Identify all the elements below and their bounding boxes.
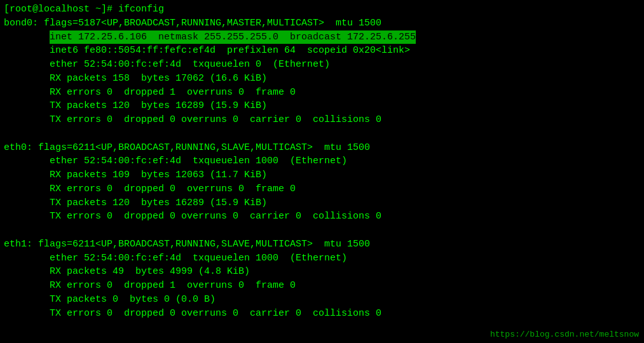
eth0-rx-bytes-line: RX packets 109 bytes 12063 (11.7 KiB) (4, 168, 640, 182)
eth1-tx-errors-line: TX errors 0 dropped 0 overruns 0 carrier… (4, 307, 640, 321)
bond0-inet6-line: inet6 fe80::5054:ff:fefc:ef4d prefixlen … (4, 44, 640, 58)
bond0-flags-line: bond0: flags=5187<UP,BROADCAST,RUNNING,M… (4, 17, 640, 30)
eth0-flags-line: eth0: flags=6211<UP,BROADCAST,RUNNING,SL… (4, 141, 640, 155)
bond0-section: bond0: flags=5187<UP,BROADCAST,RUNNING,M… (4, 17, 640, 127)
eth0-tx-bytes-line: TX packets 120 bytes 16289 (15.9 KiB) (4, 196, 640, 210)
bond0-tx-bytes-line: TX packets 120 bytes 16289 (15.9 KiB) (4, 99, 640, 113)
bond0-inet-line: inet 172.25.6.106 netmask 255.255.255.0 … (4, 30, 640, 44)
bond0-tx-errors-line: TX errors 0 dropped 0 overruns 0 carrier… (4, 113, 640, 127)
eth0-tx-errors-line: TX errors 0 dropped 0 overruns 0 carrier… (4, 210, 640, 224)
bond0-rx-bytes-line: RX packets 158 bytes 17062 (16.6 KiB) (4, 72, 640, 86)
blank-line-2 (4, 224, 640, 238)
bond0-inet-highlight: inet 172.25.6.106 netmask 255.255.255.0 … (50, 30, 416, 44)
bond0-ether-line: ether 52:54:00:fc:ef:4d txqueuelen 0 (Et… (4, 58, 640, 72)
prompt-line: [root@localhost ~]# ifconfig (4, 3, 640, 17)
blank-line-1 (4, 127, 640, 141)
eth1-rx-errors-line: RX errors 0 dropped 1 overruns 0 frame 0 (4, 279, 640, 293)
eth1-tx-bytes-line: TX packets 0 bytes 0 (0.0 B) (4, 293, 640, 307)
eth1-flags-line: eth1: flags=6211<UP,BROADCAST,RUNNING,SL… (4, 238, 640, 252)
eth0-section: eth0: flags=6211<UP,BROADCAST,RUNNING,SL… (4, 141, 640, 224)
eth0-rx-errors-line: RX errors 0 dropped 0 overruns 0 frame 0 (4, 182, 640, 196)
eth1-rx-bytes-line: RX packets 49 bytes 4999 (4.8 KiB) (4, 265, 640, 279)
watermark: https://blog.csdn.net/meltsnow (490, 330, 639, 339)
eth1-section: eth1: flags=6211<UP,BROADCAST,RUNNING,SL… (4, 238, 640, 321)
eth1-ether-line: ether 52:54:00:fc:ef:4d txqueuelen 1000 … (4, 252, 640, 266)
bond0-rx-errors-line: RX errors 0 dropped 1 overruns 0 frame 0 (4, 86, 640, 100)
eth0-ether-line: ether 52:54:00:fc:ef:4d txqueuelen 1000 … (4, 154, 640, 168)
terminal: [root@localhost ~]# ifconfig bond0: flag… (0, 0, 644, 343)
